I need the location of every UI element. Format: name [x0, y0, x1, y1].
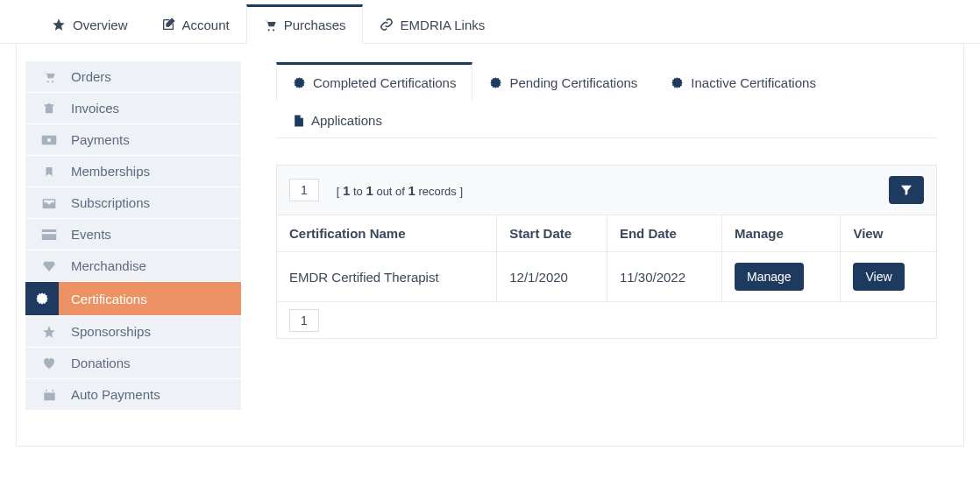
records-summary: [ 1 to 1 out of 1 records ]: [337, 183, 463, 198]
cell-end-date: 11/30/2022: [607, 252, 721, 302]
sidebar-item-payments[interactable]: Payments: [25, 124, 241, 156]
sidebar-item-sponsorships[interactable]: Sponsorships: [25, 316, 241, 348]
sidebar-item-donations[interactable]: Donations: [25, 348, 241, 379]
view-button[interactable]: View: [853, 263, 904, 291]
sidebar-item-label: Donations: [71, 356, 131, 370]
star-icon: [52, 18, 66, 32]
link-icon: [380, 18, 394, 32]
tab-overview[interactable]: Overview: [35, 4, 145, 44]
sidebar-item-memberships[interactable]: Memberships: [25, 156, 241, 187]
tab-account-label: Account: [182, 18, 230, 32]
sub-tab-applications[interactable]: Applications: [276, 102, 399, 138]
tab-emdria-label: EMDRIA Links: [401, 18, 486, 32]
svg-point-1: [273, 29, 274, 31]
svg-point-5: [47, 137, 52, 142]
panel-top-bar: 1 [ 1 to 1 out of 1 records ]: [277, 166, 936, 215]
sidebar-item-label: Sponsorships: [71, 324, 151, 339]
sidebar-item-merchandise[interactable]: Merchandise: [25, 250, 241, 282]
sidebar-item-orders[interactable]: Orders: [25, 61, 241, 93]
certificate-badge-icon: [293, 76, 306, 89]
content-wrap: Orders Invoices Payments Memberships Sub…: [16, 44, 964, 447]
col-start-date: Start Date: [497, 215, 607, 252]
sidebar: Orders Invoices Payments Memberships Sub…: [25, 61, 241, 411]
results-panel: 1 [ 1 to 1 out of 1 records ] Certificat…: [276, 165, 937, 339]
top-tabs: Overview Account Purchases EMDRIA Links: [0, 4, 980, 44]
sidebar-item-label: Merchandise: [71, 258, 146, 273]
col-certification-name: Certification Name: [277, 215, 497, 252]
cart-icon: [39, 70, 59, 84]
sub-tab-label: Applications: [311, 113, 382, 128]
star-icon: [39, 325, 59, 339]
manage-button[interactable]: Manage: [735, 263, 804, 291]
svg-point-0: [267, 29, 269, 31]
panel-bottom-bar: 1: [277, 302, 936, 338]
sidebar-item-label: Auto Payments: [71, 387, 160, 402]
col-end-date: End Date: [607, 215, 721, 252]
svg-point-3: [52, 81, 53, 82]
certificate-badge-icon: [25, 282, 59, 315]
sub-tab-label: Pending Certifications: [509, 75, 637, 90]
sidebar-item-certifications[interactable]: Certifications: [25, 282, 241, 316]
sidebar-item-events[interactable]: Events: [25, 219, 241, 250]
certifications-table: Certification Name Start Date End Date M…: [277, 215, 936, 302]
inbox-icon: [39, 197, 59, 209]
sidebar-item-subscriptions[interactable]: Subscriptions: [25, 187, 241, 219]
sidebar-item-label: Orders: [71, 69, 111, 84]
cart-icon: [263, 18, 277, 32]
col-manage: Manage: [721, 215, 840, 252]
svg-rect-6: [42, 229, 57, 240]
trash-icon: [39, 102, 59, 116]
bookmark-icon: [39, 165, 59, 179]
filter-icon: [899, 183, 913, 197]
filter-button[interactable]: [889, 176, 924, 204]
table-row: EMDR Certified Therapist 12/1/2020 11/30…: [277, 252, 936, 302]
sub-tab-label: Completed Certifications: [313, 75, 456, 90]
sidebar-item-label: Memberships: [71, 164, 150, 179]
tab-emdria-links[interactable]: EMDRIA Links: [363, 4, 502, 44]
main-area: Completed Certifications Pending Certifi…: [241, 61, 963, 339]
sub-tab-inactive[interactable]: Inactive Certifications: [654, 62, 833, 102]
file-icon: [293, 114, 304, 128]
diamond-icon: [39, 259, 59, 273]
calendar-icon: [39, 388, 59, 402]
sub-tab-pending[interactable]: Pending Certifications: [472, 62, 654, 102]
sidebar-item-label: Subscriptions: [71, 195, 150, 210]
tab-purchases[interactable]: Purchases: [246, 4, 363, 44]
sidebar-item-label: Invoices: [71, 101, 119, 116]
money-icon: [39, 134, 59, 146]
tab-overview-label: Overview: [73, 18, 128, 32]
sidebar-item-label: Certifications: [71, 292, 147, 306]
sidebar-item-label: Payments: [71, 132, 130, 147]
tab-purchases-label: Purchases: [284, 18, 346, 32]
cell-start-date: 12/1/2020: [497, 252, 607, 302]
card-icon: [39, 229, 59, 241]
col-view: View: [841, 215, 936, 252]
sub-tabs: Completed Certifications Pending Certifi…: [276, 61, 937, 138]
tab-account[interactable]: Account: [145, 4, 246, 44]
edit-icon: [161, 18, 175, 32]
sidebar-item-label: Events: [71, 227, 111, 242]
svg-rect-7: [42, 232, 57, 234]
page-number-box[interactable]: 1: [289, 179, 319, 201]
sub-tab-completed[interactable]: Completed Certifications: [276, 62, 472, 102]
heart-icon: [39, 356, 59, 370]
svg-point-2: [47, 81, 49, 82]
sidebar-item-invoices[interactable]: Invoices: [25, 93, 241, 124]
sub-tab-label: Inactive Certifications: [691, 75, 816, 90]
certificate-badge-icon: [489, 76, 502, 89]
sidebar-item-auto-payments[interactable]: Auto Payments: [25, 379, 241, 411]
cell-cert-name: EMDR Certified Therapist: [277, 252, 497, 302]
page-number-box-bottom[interactable]: 1: [289, 309, 319, 332]
certificate-badge-icon: [671, 76, 684, 89]
